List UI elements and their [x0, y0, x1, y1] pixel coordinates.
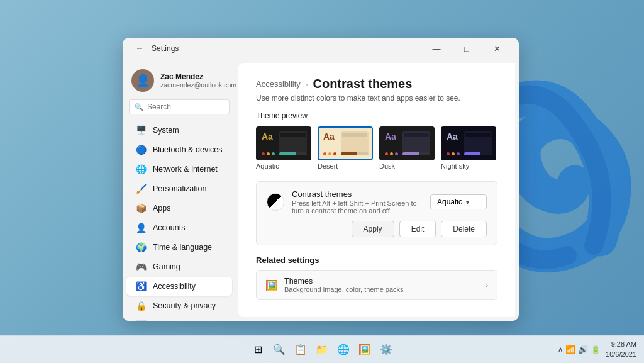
nav-item-personalization[interactable]: 🖌️ Personalization [126, 179, 232, 198]
theme-window-desert [341, 131, 369, 153]
dot3 [333, 152, 336, 155]
theme-aa-desert: Aa [323, 131, 335, 142]
theme-bar-desert [341, 152, 369, 155]
theme-card-dusk[interactable]: Aa Dusk [379, 126, 435, 170]
taskbar-date: 10/6/2021 [606, 350, 636, 359]
sidebar-profile[interactable]: 👤 Zac Mendez zacmendez@outlook.com [123, 64, 236, 99]
profile-name: Zac Mendez [160, 72, 236, 81]
chevron-up-icon[interactable]: ∧ [558, 345, 563, 354]
search-icon: 🔍 [135, 103, 143, 111]
minimize-button[interactable]: — [422, 40, 451, 57]
theme-card-desert[interactable]: Aa Desert [318, 126, 373, 170]
dot1 [385, 152, 388, 155]
apply-button[interactable]: Apply [352, 221, 394, 237]
related-item-themes[interactable]: 🖼️ Themes Background image, color, theme… [256, 270, 497, 300]
nav-item-security[interactable]: 🔒 Security & privacy [126, 296, 232, 315]
nav-item-apps[interactable]: 📦 Apps [126, 199, 232, 218]
search-box[interactable]: 🔍 [129, 99, 230, 114]
dot1 [447, 152, 450, 155]
nav-item-system[interactable]: 🖥️ System [126, 121, 232, 140]
breadcrumb-parent[interactable]: Accessibility [256, 79, 301, 89]
breadcrumb: Accessibility › Contrast themes [256, 77, 497, 91]
nav-label-system: System [153, 126, 179, 135]
nav-item-accounts[interactable]: 👤 Accounts [126, 218, 232, 237]
theme-preview-label: Theme preview [256, 111, 497, 120]
taskbar-browser-icon[interactable]: 🌐 [335, 341, 352, 359]
theme-name-dusk: Dusk [379, 162, 435, 170]
contrast-setting-row: Contrast themes Press left Alt + left Sh… [267, 189, 487, 215]
related-themes-title: Themes [284, 277, 404, 286]
taskbar-search-icon[interactable]: 🔍 [270, 341, 288, 359]
network-icon: 🌐 [135, 164, 147, 174]
gaming-icon: 🎮 [135, 262, 147, 272]
theme-card-nightsky[interactable]: Aa Night sky [441, 126, 496, 170]
taskbar-start-icon[interactable]: ⊞ [249, 341, 267, 359]
theme-bar-dusk [402, 152, 430, 155]
theme-aa-aquatic: Aa [262, 131, 273, 142]
taskbar-photos-icon[interactable]: 🖼️ [356, 341, 374, 359]
dot1 [323, 152, 326, 155]
nav-item-windows-update[interactable]: 🔄 Windows Update [126, 316, 232, 321]
nav-item-network[interactable]: 🌐 Network & internet [126, 160, 232, 179]
close-button[interactable]: ✕ [482, 40, 511, 57]
theme-dots-nightsky [447, 152, 460, 155]
theme-thumbnail-dusk: Aa [379, 126, 435, 160]
accessibility-icon: ♿ [135, 281, 147, 291]
title-bar-left: ← Settings [133, 42, 179, 55]
dropdown-selected-value: Aquatic [437, 198, 462, 206]
back-button[interactable]: ← [133, 42, 147, 55]
avatar: 👤 [131, 69, 154, 92]
search-input[interactable] [147, 103, 224, 111]
bluetooth-icon: 🔵 [135, 145, 147, 155]
related-item-text: Themes Background image, color, theme pa… [284, 277, 404, 293]
theme-aa-dusk: Aa [385, 131, 396, 142]
nav-item-bluetooth[interactable]: 🔵 Bluetooth & devices [126, 140, 232, 159]
dropdown-arrow-icon: ▾ [466, 199, 469, 206]
dot3 [395, 152, 398, 155]
dot2 [267, 152, 270, 155]
contrast-theme-dropdown[interactable]: Aquatic ▾ [430, 194, 487, 209]
dot3 [457, 152, 460, 155]
nav-label-security: Security & privacy [153, 301, 216, 310]
dot2 [328, 152, 331, 155]
theme-aa-nightsky: Aa [447, 131, 458, 142]
theme-thumbnail-nightsky: Aa [441, 126, 496, 160]
window-body: 👤 Zac Mendez zacmendez@outlook.com 🔍 🖥️ … [123, 59, 519, 321]
taskbar-time: 9:28 AM [606, 340, 636, 349]
wifi-icon[interactable]: 📶 [565, 345, 575, 354]
theme-thumbnail-aquatic: Aa [256, 126, 311, 160]
system-icon: 🖥️ [135, 125, 147, 135]
battery-icon[interactable]: 🔋 [591, 345, 601, 354]
nav-item-accessibility[interactable]: ♿ Accessibility [126, 277, 232, 296]
theme-bar-nightsky [464, 152, 492, 155]
theme-dots-desert [323, 152, 336, 155]
theme-window-dusk [402, 131, 430, 153]
taskbar-time-date[interactable]: 9:28 AM 10/6/2021 [606, 340, 636, 359]
theme-card-aquatic[interactable]: Aa Aquatic [256, 126, 311, 170]
maximize-button[interactable]: □ [452, 40, 481, 57]
nav-item-time-language[interactable]: 🌍 Time & language [126, 238, 232, 257]
taskbar-center: ⊞ 🔍 📋 📁 🌐 🖼️ ⚙️ [249, 341, 395, 359]
taskbar: ⊞ 🔍 📋 📁 🌐 🖼️ ⚙️ ∧ 📶 🔊 🔋 9:28 AM 10/6/202… [0, 335, 644, 363]
taskbar-files-icon[interactable]: 📁 [313, 341, 331, 359]
theme-dots-aquatic [262, 152, 275, 155]
theme-bar-aquatic [279, 152, 307, 155]
themes-icon: 🖼️ [265, 279, 278, 291]
profile-email: zacmendez@outlook.com [160, 81, 236, 89]
taskbar-settings-icon[interactable]: ⚙️ [377, 341, 395, 359]
nav-label-gaming: Gaming [153, 262, 180, 271]
delete-button[interactable]: Delete [441, 221, 487, 237]
title-bar-controls: — □ ✕ [422, 40, 511, 57]
taskbar-taskview-icon[interactable]: 📋 [292, 341, 309, 359]
contrast-setting-left: Contrast themes Press left Alt + left Sh… [267, 189, 430, 215]
volume-icon[interactable]: 🔊 [578, 345, 588, 354]
theme-window-nightsky [464, 131, 492, 153]
time-language-icon: 🌍 [135, 242, 147, 252]
theme-dots-dusk [385, 152, 398, 155]
edit-button[interactable]: Edit [399, 221, 436, 237]
nav-item-gaming[interactable]: 🎮 Gaming [126, 257, 232, 276]
theme-name-aquatic: Aquatic [256, 162, 311, 170]
contrast-setting-text: Contrast themes Press left Alt + left Sh… [292, 189, 430, 215]
theme-thumbnail-desert: Aa [318, 126, 373, 160]
security-icon: 🔒 [135, 301, 147, 311]
